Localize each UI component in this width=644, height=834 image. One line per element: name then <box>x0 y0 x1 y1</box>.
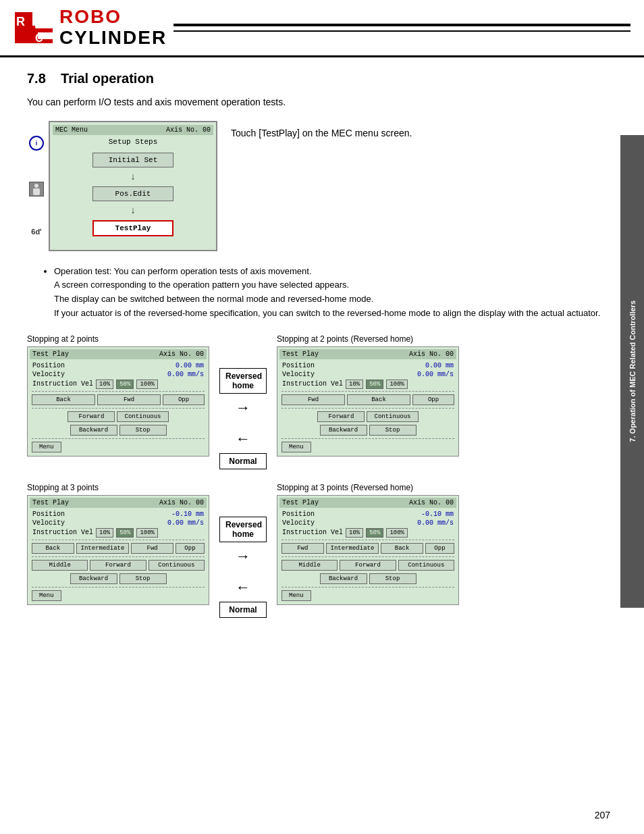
opp-btn-3pt[interactable]: Opp <box>176 543 205 554</box>
middle-btn-3pt[interactable]: Middle <box>32 560 88 571</box>
opp-btn[interactable]: Opp <box>163 394 205 405</box>
backward-btn-rev[interactable]: Backward <box>320 425 367 436</box>
mec-icon-column: i 6d' <box>27 121 46 251</box>
test-screen-3pt-normal: Test Play Axis No. 00 Position -0.10 mm … <box>27 495 209 605</box>
ts-position-row-rev: Position 0.00 mm <box>279 361 456 370</box>
stop-btn-3pt[interactable]: Stop <box>119 573 167 584</box>
ts-vel-3pt-rev: Velocity 0.00 mm/s <box>279 519 456 527</box>
forward-btn-rev[interactable]: Forward <box>317 411 365 422</box>
ts-menu-row-rev: Menu <box>279 440 456 454</box>
vel-50-3pt[interactable]: 50% <box>116 528 134 538</box>
vel-50-btn[interactable]: 50% <box>116 380 134 389</box>
opp-btn-rev[interactable]: Opp <box>412 394 454 405</box>
test-screen-2pt-reversed: Test Play Axis No. 00 Position 0.00 mm V… <box>277 346 459 457</box>
vel-100-btn-rev[interactable]: 100% <box>386 380 408 389</box>
vel-50-3pt-rev[interactable]: 50% <box>366 528 383 538</box>
vel-100-btn[interactable]: 100% <box>136 380 158 389</box>
ts-btn-row-3: Backward Stop <box>30 423 207 437</box>
page-number: 207 <box>595 810 610 820</box>
continuous-btn-3pt[interactable]: Continuous <box>149 560 205 571</box>
pos-edit-row: Pos.Edit <box>53 182 213 205</box>
int-btn-3pt-rev[interactable]: Intermediate <box>326 543 379 554</box>
int-btn-3pt[interactable]: Intermediate <box>76 543 130 554</box>
menu-btn-3pt[interactable]: Menu <box>32 590 61 601</box>
vel-10-btn-rev[interactable]: 10% <box>346 380 363 389</box>
continuous-btn-rev[interactable]: Continuous <box>367 411 418 422</box>
arrow-left-2: ← <box>236 579 250 596</box>
logo-cylinder: CYLINDER <box>59 28 167 49</box>
vel-100-3pt[interactable]: 100% <box>136 528 158 538</box>
ts-btn-row-rev-3: Backward Stop <box>279 423 456 437</box>
logo-text: ROBO CYLINDER <box>59 7 167 49</box>
back-btn-3pt[interactable]: Back <box>32 543 74 554</box>
vel-10-3pt-rev[interactable]: 10% <box>346 528 363 538</box>
opp-btn-3pt-rev[interactable]: Opp <box>425 543 454 554</box>
middle-btn-3pt-rev[interactable]: Middle <box>281 560 338 571</box>
fwd-btn[interactable]: Fwd <box>97 394 161 405</box>
fwd-btn-3pt-rev[interactable]: Fwd <box>281 543 324 554</box>
stop-btn-rev[interactable]: Stop <box>369 425 417 436</box>
ts-btn-3pt-3: Backward Stop <box>30 572 207 585</box>
forward-btn-3pt-rev[interactable]: Forward <box>340 560 396 571</box>
stop-btn[interactable]: Stop <box>119 425 167 436</box>
ts-menu-row: Menu <box>30 440 207 454</box>
rc-logo-icon: R C <box>14 11 54 45</box>
screen-label-2pt-rev: Stopping at 2 points (Reversed home) <box>277 334 413 344</box>
menu-btn[interactable]: Menu <box>32 442 61 452</box>
fwd-btn-rev[interactable]: Fwd <box>281 394 345 405</box>
header-line-thick <box>173 24 630 26</box>
test-screen-2pt-normal: Test Play Axis No. 00 Position 0.00 mm V… <box>27 346 209 457</box>
test-play-row: TestPlay <box>53 216 213 240</box>
arrow-down-2: ↓ <box>53 205 213 216</box>
vel-10-3pt[interactable]: 10% <box>96 528 113 538</box>
backward-btn[interactable]: Backward <box>70 425 117 436</box>
arrow-right-2: → <box>236 548 250 565</box>
test-play-button[interactable]: TestPlay <box>92 220 173 236</box>
vel-50-btn-rev[interactable]: 50% <box>366 380 383 389</box>
screen-label-2pt: Stopping at 2 points <box>27 334 99 344</box>
reversed-home-label-1: Reversedhome <box>219 368 267 394</box>
ts-vel-3pt: Velocity 0.00 mm/s <box>30 519 207 527</box>
screen-label-3pt-rev: Stopping at 3 points (Reversed home) <box>277 483 413 492</box>
arrow-right-1: → <box>236 399 250 417</box>
back-btn-rev[interactable]: Back <box>347 394 410 405</box>
normal-label-2: Normal <box>219 602 267 618</box>
logo-robo: ROBO <box>59 7 167 28</box>
pos-edit-button[interactable]: Pos.Edit <box>92 186 173 201</box>
ts-title-3pt-rev: Test Play Axis No. 00 <box>279 498 456 508</box>
backward-btn-3pt-rev[interactable]: Backward <box>320 573 367 584</box>
back-btn[interactable]: Back <box>32 394 95 405</box>
ts-instr-row: Instruction Vel 10% 50% 100% <box>30 379 207 390</box>
screen-group-3pt-normal: Stopping at 3 points Test Play Axis No. … <box>27 483 209 605</box>
svg-text:R: R <box>16 15 25 28</box>
forward-btn-3pt[interactable]: Forward <box>90 560 146 571</box>
continuous-btn-3pt-rev[interactable]: Continuous <box>398 560 454 571</box>
ts-btn-row-2: Forward Continuous <box>30 410 207 423</box>
info-icon: i <box>29 136 44 151</box>
mec-caption: Touch [TestPlay] on the MEC menu screen. <box>231 121 617 138</box>
stop-btn-3pt-rev[interactable]: Stop <box>369 573 417 584</box>
svg-point-10 <box>34 184 38 188</box>
vel-100-3pt-rev[interactable]: 100% <box>386 528 408 538</box>
person-icon <box>29 182 44 197</box>
menu-btn-rev[interactable]: Menu <box>281 442 311 452</box>
page-header: R C ROBO CYLINDER <box>0 0 644 57</box>
ts-btn-3pt-rev-1: Fwd Intermediate Back Opp <box>279 542 456 555</box>
vel-10-btn[interactable]: 10% <box>96 380 113 389</box>
arrow-left-1: ← <box>236 430 250 448</box>
fwd-btn-3pt[interactable]: Fwd <box>131 543 173 554</box>
continuous-btn[interactable]: Continuous <box>117 411 168 422</box>
back-btn-3pt-rev[interactable]: Back <box>381 543 423 554</box>
forward-btn[interactable]: Forward <box>68 411 115 422</box>
ts-velocity-row-rev: Velocity 0.00 mm/s <box>279 370 456 379</box>
section-heading: Trial operation <box>61 71 154 86</box>
intro-paragraph: You can perform I/O tests and axis movem… <box>27 97 617 107</box>
backward-btn-3pt[interactable]: Backward <box>70 573 117 584</box>
header-decoration <box>173 24 630 32</box>
initial-set-button[interactable]: Initial Set <box>92 153 173 167</box>
ts-btn-3pt-rev-2: Middle Forward Continuous <box>279 558 456 572</box>
ts-btn-3pt-2: Middle Forward Continuous <box>30 558 207 572</box>
mec-title: MEC Menu <box>55 126 88 134</box>
ts-btn-3pt-rev-3: Backward Stop <box>279 572 456 585</box>
menu-btn-3pt-rev[interactable]: Menu <box>281 590 311 601</box>
